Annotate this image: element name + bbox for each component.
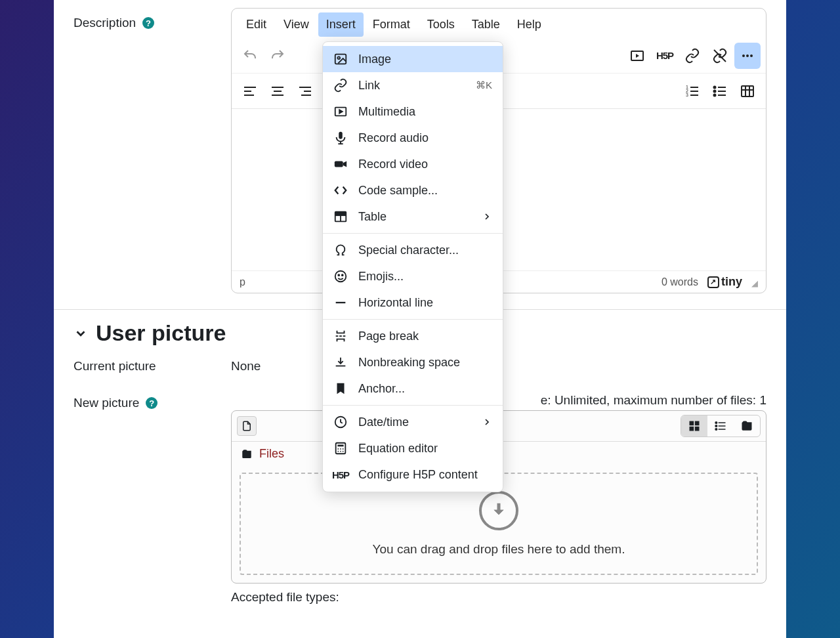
svg-point-42 bbox=[342, 274, 343, 276]
svg-point-31 bbox=[337, 56, 340, 59]
new-picture-label: New picture bbox=[74, 396, 139, 410]
insert-special-char-item[interactable]: Special character... bbox=[323, 237, 503, 263]
menu-insert[interactable]: Insert bbox=[318, 12, 364, 37]
svg-text:3: 3 bbox=[686, 93, 688, 97]
menu-help[interactable]: Help bbox=[509, 12, 549, 37]
insert-anchor-label: Anchor... bbox=[358, 382, 405, 396]
svg-point-53 bbox=[340, 448, 341, 450]
redo-button[interactable] bbox=[264, 43, 291, 69]
image-icon bbox=[333, 52, 348, 66]
insert-code-sample-item[interactable]: Code sample... bbox=[323, 177, 503, 203]
insert-multimedia-item[interactable]: Multimedia bbox=[323, 98, 503, 125]
page-break-icon bbox=[333, 329, 348, 343]
svg-point-55 bbox=[337, 451, 339, 452]
element-path[interactable]: p bbox=[240, 276, 245, 288]
dropzone-text: You can drag and drop files here to add … bbox=[373, 542, 625, 557]
resize-handle[interactable]: ◢ bbox=[751, 278, 758, 289]
h5p-icon: H5P bbox=[333, 467, 348, 482]
insert-hr-item[interactable]: Horizontal line bbox=[323, 289, 503, 316]
insert-nbsp-item[interactable]: Nonbreaking space bbox=[323, 349, 503, 375]
video-camera-icon bbox=[333, 157, 348, 171]
insert-h5p-label: Configure H5P content bbox=[358, 468, 478, 482]
rich-text-editor: Edit View Insert Format Tools Table Help bbox=[231, 8, 766, 293]
link-icon[interactable] bbox=[679, 43, 705, 69]
table-icon bbox=[333, 209, 348, 224]
menu-separator bbox=[323, 319, 503, 320]
insert-record-video-label: Record video bbox=[358, 158, 428, 171]
menu-table[interactable]: Table bbox=[464, 12, 508, 37]
unlink-icon[interactable] bbox=[707, 43, 733, 69]
media-icon[interactable] bbox=[624, 43, 650, 69]
menu-edit[interactable]: Edit bbox=[238, 12, 274, 37]
list-view-button[interactable] bbox=[707, 415, 734, 436]
user-picture-title: User picture bbox=[96, 320, 226, 346]
insert-nbsp-label: Nonbreaking space bbox=[358, 356, 460, 370]
help-icon[interactable]: ? bbox=[142, 17, 154, 29]
svg-point-25 bbox=[714, 94, 716, 96]
chevron-right-icon bbox=[482, 211, 492, 222]
editor-menubar: Edit View Insert Format Tools Table Help bbox=[232, 9, 766, 38]
svg-point-4 bbox=[750, 54, 753, 57]
insert-datetime-item[interactable]: Date/time bbox=[323, 409, 503, 435]
align-left-icon[interactable] bbox=[237, 78, 263, 104]
table-icon[interactable] bbox=[734, 78, 761, 104]
description-label: Description bbox=[74, 16, 136, 30]
clock-icon bbox=[333, 415, 348, 429]
mic-icon bbox=[333, 131, 348, 145]
current-picture-label: Current picture bbox=[74, 359, 156, 373]
bookmark-icon bbox=[333, 381, 348, 396]
files-breadcrumb-link[interactable]: Files bbox=[259, 447, 284, 461]
insert-emojis-label: Emojis... bbox=[358, 270, 404, 284]
align-right-icon[interactable] bbox=[292, 78, 318, 104]
svg-rect-60 bbox=[690, 427, 694, 431]
add-file-button[interactable] bbox=[237, 416, 257, 436]
insert-record-audio-item[interactable]: Record audio bbox=[323, 125, 503, 151]
svg-point-3 bbox=[746, 54, 749, 57]
h5p-icon[interactable]: H5P bbox=[652, 43, 678, 69]
tiny-logo[interactable]: ↗tiny bbox=[707, 275, 742, 289]
svg-point-24 bbox=[714, 90, 716, 92]
tree-view-button[interactable] bbox=[734, 415, 760, 436]
help-icon[interactable]: ? bbox=[146, 397, 158, 409]
insert-image-label: Image bbox=[358, 53, 391, 66]
insert-table-label: Table bbox=[358, 210, 387, 224]
insert-link-label: Link bbox=[358, 79, 380, 93]
svg-rect-35 bbox=[335, 161, 343, 167]
svg-rect-59 bbox=[695, 421, 700, 426]
insert-anchor-item[interactable]: Anchor... bbox=[323, 375, 503, 402]
insert-table-item[interactable]: Table bbox=[323, 203, 503, 230]
word-count[interactable]: 0 words bbox=[662, 276, 698, 288]
bullet-list-icon[interactable] bbox=[707, 78, 733, 104]
svg-point-40 bbox=[335, 271, 346, 282]
insert-page-break-item[interactable]: Page break bbox=[323, 323, 503, 349]
chevron-right-icon bbox=[482, 417, 492, 427]
multimedia-icon bbox=[333, 104, 348, 119]
grid-view-button[interactable] bbox=[681, 415, 707, 436]
insert-equation-item[interactable]: Equation editor bbox=[323, 435, 503, 461]
menu-view[interactable]: View bbox=[276, 12, 317, 37]
insert-hr-label: Horizontal line bbox=[358, 296, 433, 310]
insert-page-break-label: Page break bbox=[358, 330, 419, 343]
svg-point-52 bbox=[337, 448, 339, 450]
numbered-list-icon[interactable]: 123 bbox=[679, 78, 705, 104]
align-center-icon[interactable] bbox=[264, 78, 291, 104]
svg-point-41 bbox=[338, 274, 339, 276]
insert-record-video-item[interactable]: Record video bbox=[323, 151, 503, 177]
insert-h5p-item[interactable]: H5P Configure H5P content bbox=[323, 461, 503, 488]
undo-button[interactable] bbox=[237, 43, 263, 69]
more-button[interactable] bbox=[734, 43, 761, 69]
calculator-icon bbox=[333, 441, 348, 456]
svg-point-54 bbox=[343, 448, 344, 450]
insert-image-item[interactable]: Image bbox=[323, 46, 503, 72]
svg-point-66 bbox=[715, 425, 717, 427]
code-icon bbox=[333, 183, 348, 198]
current-picture-value: None bbox=[231, 356, 261, 373]
menu-format[interactable]: Format bbox=[365, 12, 418, 37]
svg-point-57 bbox=[343, 451, 344, 452]
emoji-icon bbox=[333, 269, 348, 284]
insert-link-item[interactable]: Link ⌘K bbox=[323, 72, 503, 98]
insert-equation-label: Equation editor bbox=[358, 442, 438, 456]
svg-rect-51 bbox=[337, 445, 343, 447]
menu-tools[interactable]: Tools bbox=[419, 12, 463, 37]
insert-emojis-item[interactable]: Emojis... bbox=[323, 263, 503, 289]
